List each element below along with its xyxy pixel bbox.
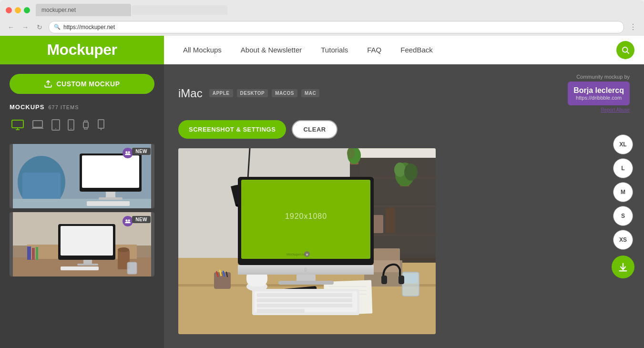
nav-tutorials[interactable]: Tutorials — [321, 46, 348, 54]
size-buttons: XL L M S XS — [612, 134, 634, 278]
clear-button[interactable]: CLEAR — [292, 120, 337, 139]
device-desktop-icon[interactable] — [10, 117, 26, 135]
logo-area: Mockuper — [0, 36, 164, 64]
size-xs-button[interactable]: XS — [613, 230, 633, 250]
svg-rect-19 — [87, 201, 130, 206]
browser-title-bar: mockuper.net — [0, 0, 644, 18]
device-phone-icon[interactable] — [66, 117, 76, 135]
svg-rect-50 — [386, 208, 395, 233]
nav-all-mockups[interactable]: All Mockups — [183, 46, 222, 54]
browser-tab[interactable]: mockuper.net — [36, 4, 131, 16]
svg-rect-101 — [257, 293, 352, 297]
device-billboard-icon[interactable] — [95, 117, 107, 135]
size-xl-button[interactable]: XL — [613, 134, 633, 154]
mockup-preview: 1920x1080 Mockuper.net M  — [178, 148, 436, 334]
custom-mockup-button[interactable]: CUSTOM MOCKUP — [10, 74, 154, 94]
svg-point-38 — [128, 219, 130, 221]
svg-rect-28 — [83, 260, 92, 264]
size-l-button[interactable]: L — [613, 158, 633, 178]
report-abuse-link[interactable]: Report Abuse — [568, 107, 630, 113]
thumbnail-item-2[interactable]: NEW — [10, 212, 154, 276]
nav-about-newsletter[interactable]: About & Newsletter — [241, 46, 302, 54]
svg-text:1920x1080: 1920x1080 — [285, 212, 327, 220]
app-container: Mockuper All Mockups About & Newsletter … — [0, 36, 644, 348]
community-badge-2 — [123, 216, 133, 226]
svg-point-21 — [128, 151, 130, 153]
forward-button[interactable]: → — [20, 22, 31, 32]
community-badge-1 — [123, 148, 133, 158]
content-area: CUSTOM MOCKUP MOCKUPS 677 ITEMS — [0, 64, 644, 348]
top-nav: Mockuper All Mockups About & Newsletter … — [0, 36, 644, 64]
tag-apple[interactable]: APPLE — [209, 89, 233, 97]
upload-icon — [44, 80, 52, 88]
svg-rect-9 — [83, 122, 88, 128]
size-s-button[interactable]: S — [613, 206, 633, 226]
svg-text:M: M — [306, 253, 308, 256]
new-badge-1: NEW — [132, 148, 151, 155]
svg-rect-10 — [98, 120, 104, 128]
size-m-button[interactable]: M — [613, 182, 633, 202]
svg-rect-35 — [32, 248, 35, 260]
mockups-header: MOCKUPS 677 ITEMS — [10, 103, 154, 111]
svg-rect-16 — [82, 155, 139, 188]
nav-feedback[interactable]: FeedBack — [400, 46, 433, 54]
svg-point-37 — [125, 219, 127, 221]
tag-desktop[interactable]: DESKTOP — [237, 89, 268, 97]
back-button[interactable]: ← — [6, 22, 16, 32]
svg-point-53 — [394, 163, 406, 177]
svg-point-0 — [623, 47, 628, 52]
minimize-button[interactable] — [15, 7, 21, 13]
lock-icon: 🔍 — [54, 24, 61, 30]
device-watch-icon[interactable] — [80, 117, 92, 135]
logo: Mockuper — [47, 41, 117, 59]
sidebar: CUSTOM MOCKUP MOCKUPS 677 ITEMS — [0, 64, 164, 348]
thumbnail-item-1[interactable]: NEW — [10, 144, 154, 208]
product-title: iMac — [178, 87, 203, 100]
screenshot-settings-button[interactable]: SCREENSHOT & SETTINGS — [178, 120, 286, 139]
preview-section: 1920x1080 Mockuper.net M  — [178, 148, 630, 339]
svg-rect-64 — [214, 272, 231, 289]
svg-rect-87 — [399, 276, 404, 284]
community-url: https://dribbble.com — [573, 95, 624, 101]
device-tablet-icon[interactable] — [50, 117, 62, 135]
community-name: Borja leclercq — [573, 86, 624, 95]
svg-rect-36 — [36, 247, 38, 260]
mockup-svg: 1920x1080 Mockuper.net M  — [178, 148, 436, 334]
svg-line-1 — [627, 51, 629, 53]
svg-rect-33 — [127, 262, 137, 274]
svg-rect-3 — [12, 120, 23, 128]
search-button[interactable] — [616, 41, 634, 59]
device-icons — [10, 117, 154, 135]
browser-menu-button[interactable]: ⋮ — [628, 22, 638, 32]
community-label: Community mockup by — [568, 74, 630, 80]
svg-rect-97 — [296, 275, 316, 282]
svg-rect-60 — [374, 248, 400, 260]
device-laptop-icon[interactable] — [30, 117, 46, 135]
svg-rect-17 — [106, 192, 115, 197]
tag-macos[interactable]: MACOS — [272, 89, 297, 97]
maximize-button[interactable] — [24, 7, 30, 13]
download-button[interactable] — [612, 256, 634, 278]
action-buttons: SCREENSHOT & SETTINGS CLEAR — [178, 120, 630, 139]
mockups-label: MOCKUPS — [10, 103, 44, 111]
tab-title: mockuper.net — [41, 7, 76, 13]
main-content: iMac APPLE DESKTOP MACOS MAC Community m… — [164, 64, 644, 348]
reload-button[interactable]: ↻ — [34, 22, 45, 32]
svg-point-8 — [71, 128, 72, 129]
close-button[interactable] — [6, 7, 12, 13]
address-bar[interactable]: 🔍 https://mockuper.net — [49, 21, 624, 33]
browser-chrome: mockuper.net ← → ↻ 🔍 https://mockuper.ne… — [0, 0, 644, 36]
svg-text:Mockuper.net: Mockuper.net — [286, 253, 307, 256]
svg-text::  — [305, 267, 307, 272]
community-card: Borja leclercq https://dribbble.com — [568, 82, 630, 105]
thumbnail-list: NEW — [10, 144, 154, 276]
community-section: Community mockup by Borja leclercq https… — [568, 74, 630, 113]
nav-faq[interactable]: FAQ — [367, 46, 381, 54]
svg-rect-104 — [257, 309, 305, 313]
svg-rect-103 — [257, 304, 352, 307]
download-icon — [618, 262, 628, 272]
svg-rect-102 — [257, 298, 352, 302]
tag-mac[interactable]: MAC — [301, 89, 319, 97]
svg-point-6 — [55, 128, 56, 129]
new-badge-2: NEW — [132, 216, 151, 223]
